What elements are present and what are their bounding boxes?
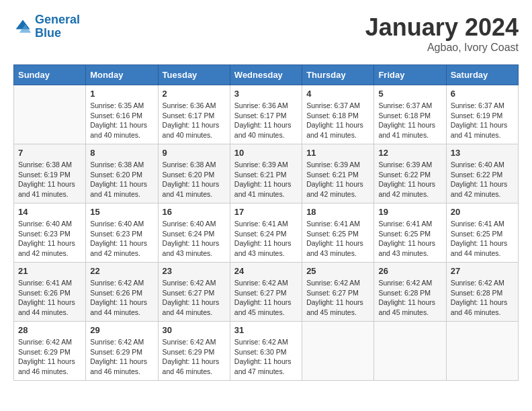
day-info: Sunrise: 6:41 AM Sunset: 6:25 PM Dayligh…	[378, 219, 441, 259]
day-number: 2	[163, 89, 226, 99]
day-number: 8	[90, 148, 153, 158]
calendar-cell: 9Sunrise: 6:38 AM Sunset: 6:20 PM Daylig…	[158, 144, 230, 203]
day-info: Sunrise: 6:40 AM Sunset: 6:24 PM Dayligh…	[163, 219, 226, 259]
calendar-cell: 10Sunrise: 6:39 AM Sunset: 6:21 PM Dayli…	[230, 144, 302, 203]
location-subtitle: Agbao, Ivory Coast	[365, 42, 519, 54]
logo-line1: General	[35, 13, 80, 26]
day-number: 29	[90, 325, 153, 335]
day-info: Sunrise: 6:38 AM Sunset: 6:20 PM Dayligh…	[163, 160, 226, 199]
calendar-week-row: 14Sunrise: 6:40 AM Sunset: 6:23 PM Dayli…	[14, 203, 519, 263]
day-number: 4	[306, 89, 369, 99]
day-info: Sunrise: 6:41 AM Sunset: 6:26 PM Dayligh…	[18, 278, 81, 318]
day-info: Sunrise: 6:42 AM Sunset: 6:26 PM Dayligh…	[90, 278, 153, 318]
calendar-cell: 14Sunrise: 6:40 AM Sunset: 6:23 PM Dayli…	[14, 203, 86, 263]
day-number: 5	[378, 89, 441, 99]
calendar-cell: 16Sunrise: 6:40 AM Sunset: 6:24 PM Dayli…	[158, 203, 230, 263]
day-info: Sunrise: 6:39 AM Sunset: 6:22 PM Dayligh…	[378, 160, 441, 199]
day-number: 7	[18, 148, 81, 158]
calendar-cell: 29Sunrise: 6:42 AM Sunset: 6:29 PM Dayli…	[86, 322, 158, 381]
weekday-row: SundayMondayTuesdayWednesdayThursdayFrid…	[14, 65, 519, 85]
calendar-body: 1Sunrise: 6:35 AM Sunset: 6:16 PM Daylig…	[14, 85, 519, 381]
calendar-cell	[374, 322, 446, 381]
day-info: Sunrise: 6:39 AM Sunset: 6:21 PM Dayligh…	[234, 160, 298, 199]
day-info: Sunrise: 6:36 AM Sunset: 6:17 PM Dayligh…	[163, 101, 226, 140]
day-info: Sunrise: 6:42 AM Sunset: 6:27 PM Dayligh…	[306, 278, 369, 318]
day-number: 26	[378, 266, 441, 276]
day-info: Sunrise: 6:42 AM Sunset: 6:27 PM Dayligh…	[234, 278, 298, 318]
calendar-cell: 8Sunrise: 6:38 AM Sunset: 6:20 PM Daylig…	[86, 144, 158, 203]
calendar-week-row: 1Sunrise: 6:35 AM Sunset: 6:16 PM Daylig…	[14, 85, 519, 144]
day-number: 15	[90, 207, 153, 217]
calendar-cell: 6Sunrise: 6:37 AM Sunset: 6:19 PM Daylig…	[446, 85, 518, 144]
day-info: Sunrise: 6:35 AM Sunset: 6:16 PM Dayligh…	[90, 101, 153, 140]
calendar-cell: 19Sunrise: 6:41 AM Sunset: 6:25 PM Dayli…	[374, 203, 446, 263]
day-number: 19	[378, 207, 441, 217]
day-number: 1	[90, 89, 153, 99]
calendar-cell: 23Sunrise: 6:42 AM Sunset: 6:27 PM Dayli…	[158, 263, 230, 322]
day-info: Sunrise: 6:40 AM Sunset: 6:23 PM Dayligh…	[18, 219, 81, 259]
calendar-cell: 1Sunrise: 6:35 AM Sunset: 6:16 PM Daylig…	[86, 85, 158, 144]
calendar-cell	[302, 322, 374, 381]
day-info: Sunrise: 6:37 AM Sunset: 6:19 PM Dayligh…	[451, 101, 514, 140]
calendar-cell: 15Sunrise: 6:40 AM Sunset: 6:23 PM Dayli…	[86, 203, 158, 263]
weekday-header: Monday	[86, 65, 158, 85]
day-info: Sunrise: 6:42 AM Sunset: 6:27 PM Dayligh…	[163, 278, 226, 318]
weekday-header: Tuesday	[158, 65, 230, 85]
day-number: 11	[306, 148, 369, 158]
calendar-cell: 28Sunrise: 6:42 AM Sunset: 6:29 PM Dayli…	[14, 322, 86, 381]
month-title: January 2024	[365, 13, 519, 42]
day-info: Sunrise: 6:42 AM Sunset: 6:28 PM Dayligh…	[451, 278, 514, 318]
day-number: 13	[451, 148, 514, 158]
day-number: 16	[163, 207, 226, 217]
page-header: General Blue January 2024 Agbao, Ivory C…	[13, 13, 519, 54]
day-info: Sunrise: 6:37 AM Sunset: 6:18 PM Dayligh…	[378, 101, 441, 140]
day-info: Sunrise: 6:38 AM Sunset: 6:19 PM Dayligh…	[18, 160, 81, 199]
day-info: Sunrise: 6:42 AM Sunset: 6:30 PM Dayligh…	[234, 337, 298, 377]
calendar-cell: 31Sunrise: 6:42 AM Sunset: 6:30 PM Dayli…	[230, 322, 302, 381]
day-info: Sunrise: 6:41 AM Sunset: 6:25 PM Dayligh…	[451, 219, 514, 259]
calendar-cell: 18Sunrise: 6:41 AM Sunset: 6:25 PM Dayli…	[302, 203, 374, 263]
day-number: 22	[90, 266, 153, 276]
calendar-cell	[446, 322, 518, 381]
day-number: 9	[163, 148, 226, 158]
weekday-header: Friday	[374, 65, 446, 85]
calendar-header: SundayMondayTuesdayWednesdayThursdayFrid…	[14, 65, 519, 85]
calendar-cell: 25Sunrise: 6:42 AM Sunset: 6:27 PM Dayli…	[302, 263, 374, 322]
calendar-cell: 17Sunrise: 6:41 AM Sunset: 6:24 PM Dayli…	[230, 203, 302, 263]
calendar-cell: 13Sunrise: 6:40 AM Sunset: 6:22 PM Dayli…	[446, 144, 518, 203]
day-info: Sunrise: 6:37 AM Sunset: 6:18 PM Dayligh…	[306, 101, 369, 140]
day-number: 25	[306, 266, 369, 276]
day-info: Sunrise: 6:38 AM Sunset: 6:20 PM Dayligh…	[90, 160, 153, 199]
calendar-cell: 5Sunrise: 6:37 AM Sunset: 6:18 PM Daylig…	[374, 85, 446, 144]
logo-line2: Blue	[35, 26, 61, 40]
day-number: 10	[234, 148, 298, 158]
day-number: 6	[451, 89, 514, 99]
day-number: 28	[18, 325, 81, 335]
day-info: Sunrise: 6:42 AM Sunset: 6:29 PM Dayligh…	[90, 337, 153, 377]
day-number: 24	[234, 266, 298, 276]
day-number: 18	[306, 207, 369, 217]
title-block: January 2024 Agbao, Ivory Coast	[365, 13, 519, 54]
day-info: Sunrise: 6:41 AM Sunset: 6:24 PM Dayligh…	[234, 219, 298, 259]
day-info: Sunrise: 6:39 AM Sunset: 6:21 PM Dayligh…	[306, 160, 369, 199]
calendar-week-row: 28Sunrise: 6:42 AM Sunset: 6:29 PM Dayli…	[14, 322, 519, 381]
calendar-cell: 12Sunrise: 6:39 AM Sunset: 6:22 PM Dayli…	[374, 144, 446, 203]
calendar-week-row: 7Sunrise: 6:38 AM Sunset: 6:19 PM Daylig…	[14, 144, 519, 203]
weekday-header: Saturday	[446, 65, 518, 85]
day-info: Sunrise: 6:41 AM Sunset: 6:25 PM Dayligh…	[306, 219, 369, 259]
day-info: Sunrise: 6:42 AM Sunset: 6:29 PM Dayligh…	[163, 337, 226, 377]
calendar-cell: 27Sunrise: 6:42 AM Sunset: 6:28 PM Dayli…	[446, 263, 518, 322]
day-info: Sunrise: 6:36 AM Sunset: 6:17 PM Dayligh…	[234, 101, 298, 140]
day-number: 31	[234, 325, 298, 335]
day-number: 23	[163, 266, 226, 276]
weekday-header: Sunday	[14, 65, 86, 85]
weekday-header: Thursday	[302, 65, 374, 85]
day-number: 30	[163, 325, 226, 335]
day-number: 3	[234, 89, 298, 99]
calendar-cell: 24Sunrise: 6:42 AM Sunset: 6:27 PM Dayli…	[230, 263, 302, 322]
day-info: Sunrise: 6:42 AM Sunset: 6:28 PM Dayligh…	[378, 278, 441, 318]
calendar-table: SundayMondayTuesdayWednesdayThursdayFrid…	[13, 64, 519, 381]
calendar-cell: 2Sunrise: 6:36 AM Sunset: 6:17 PM Daylig…	[158, 85, 230, 144]
calendar-week-row: 21Sunrise: 6:41 AM Sunset: 6:26 PM Dayli…	[14, 263, 519, 322]
day-number: 17	[234, 207, 298, 217]
